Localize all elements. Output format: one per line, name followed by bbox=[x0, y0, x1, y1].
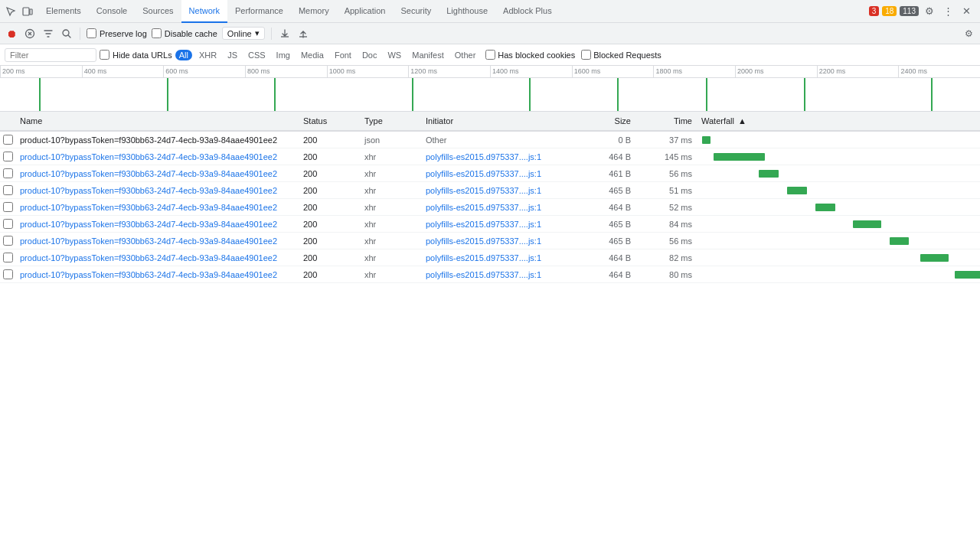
row-checkbox[interactable] bbox=[3, 135, 13, 145]
export-har-icon[interactable] bbox=[296, 27, 310, 41]
filter-other[interactable]: Other bbox=[451, 50, 480, 60]
filter-media[interactable]: Media bbox=[297, 50, 328, 60]
clear-button[interactable] bbox=[23, 27, 37, 41]
tab-elements[interactable]: Elements bbox=[38, 0, 89, 23]
row-initiator[interactable]: polyfills-es2015.d975337....js:1 bbox=[421, 270, 574, 279]
chevron-down-icon: ▾ bbox=[255, 28, 260, 38]
header-status[interactable]: Status bbox=[299, 116, 360, 126]
row-initiator: Other bbox=[421, 135, 574, 145]
filter-all[interactable]: All bbox=[175, 50, 192, 60]
tab-network[interactable]: Network bbox=[181, 0, 227, 23]
tab-adblock[interactable]: Adblock Plus bbox=[495, 0, 560, 23]
blocked-requests-checkbox[interactable]: Blocked Requests bbox=[581, 50, 662, 60]
filter-doc[interactable]: Doc bbox=[358, 50, 381, 60]
row-name[interactable]: product-10?bypassToken=f930bb63-24d7-4ec… bbox=[15, 135, 299, 145]
row-name[interactable]: product-10?bypassToken=f930bb63-24d7-4ec… bbox=[15, 236, 299, 246]
filter-icon[interactable] bbox=[41, 27, 55, 41]
tab-lighthouse[interactable]: Lighthouse bbox=[439, 0, 495, 23]
tab-sources[interactable]: Sources bbox=[135, 0, 181, 23]
inspect-icon[interactable] bbox=[3, 4, 18, 19]
row-name[interactable]: product-10?bypassToken=f930bb63-24d7-4ec… bbox=[15, 220, 299, 229]
filter-img[interactable]: Img bbox=[273, 50, 294, 60]
row-name[interactable]: product-10?bypassToken=f930bb63-24d7-4ec… bbox=[15, 203, 299, 212]
warning-badge: 18 bbox=[882, 6, 897, 16]
row-checkbox[interactable] bbox=[3, 202, 13, 212]
row-checkbox-cell bbox=[0, 185, 15, 195]
filter-input[interactable] bbox=[5, 48, 96, 62]
header-type[interactable]: Type bbox=[360, 116, 421, 126]
settings-icon[interactable]: ⚙ bbox=[922, 4, 937, 19]
header-waterfall[interactable]: Waterfall ▲ bbox=[697, 116, 980, 126]
filter-font[interactable]: Font bbox=[331, 50, 355, 60]
waterfall-bar bbox=[815, 204, 835, 211]
header-initiator[interactable]: Initiator bbox=[421, 116, 574, 126]
filter-xhr[interactable]: XHR bbox=[195, 50, 220, 60]
disable-cache-checkbox[interactable]: Disable cache bbox=[152, 28, 217, 38]
row-size: 464 B bbox=[574, 270, 635, 279]
row-initiator[interactable]: polyfills-es2015.d975337....js:1 bbox=[421, 236, 574, 246]
row-status: 200 bbox=[299, 152, 360, 161]
close-devtools-icon[interactable]: ✕ bbox=[959, 4, 974, 19]
throttle-dropdown[interactable]: Online ▾ bbox=[222, 27, 265, 40]
row-status: 200 bbox=[299, 135, 360, 145]
row-name[interactable]: product-10?bypassToken=f930bb63-24d7-4ec… bbox=[15, 186, 299, 195]
disable-cache-input[interactable] bbox=[152, 28, 162, 38]
filter-css[interactable]: CSS bbox=[244, 50, 270, 60]
hide-data-urls-checkbox[interactable]: Hide data URLs bbox=[100, 50, 172, 60]
row-checkbox[interactable] bbox=[3, 152, 13, 161]
row-checkbox[interactable] bbox=[3, 253, 13, 262]
header-time[interactable]: Time bbox=[635, 116, 697, 126]
row-name[interactable]: product-10?bypassToken=f930bb63-24d7-4ec… bbox=[15, 253, 299, 262]
network-settings-icon[interactable]: ⚙ bbox=[962, 27, 975, 41]
filter-js[interactable]: JS bbox=[224, 50, 241, 60]
import-har-icon[interactable] bbox=[278, 27, 292, 41]
tab-performance[interactable]: Performance bbox=[227, 0, 291, 23]
filter-ws[interactable]: WS bbox=[384, 50, 405, 60]
table-row[interactable]: product-10?bypassToken=f930bb63-24d7-4ec… bbox=[0, 148, 980, 165]
row-name[interactable]: product-10?bypassToken=f930bb63-24d7-4ec… bbox=[15, 169, 299, 178]
row-name[interactable]: product-10?bypassToken=f930bb63-24d7-4ec… bbox=[15, 152, 299, 161]
timeline-bars bbox=[0, 78, 980, 112]
row-initiator[interactable]: polyfills-es2015.d975337....js:1 bbox=[421, 169, 574, 178]
table-row[interactable]: product-10?bypassToken=f930bb63-24d7-4ec… bbox=[0, 165, 980, 182]
device-toolbar-icon[interactable] bbox=[20, 4, 35, 19]
preserve-log-input[interactable] bbox=[87, 28, 96, 38]
tab-application[interactable]: Application bbox=[337, 0, 394, 23]
has-blocked-cookies-checkbox[interactable]: Has blocked cookies bbox=[485, 50, 575, 60]
search-icon[interactable] bbox=[60, 27, 74, 41]
row-checkbox[interactable] bbox=[3, 168, 13, 178]
row-initiator[interactable]: polyfills-es2015.d975337....js:1 bbox=[421, 186, 574, 195]
table-row[interactable]: product-10?bypassToken=f930bb63-24d7-4ec… bbox=[0, 132, 980, 148]
row-initiator[interactable]: polyfills-es2015.d975337....js:1 bbox=[421, 220, 574, 229]
tab-security[interactable]: Security bbox=[393, 0, 439, 23]
more-tools-icon[interactable]: ⋮ bbox=[940, 4, 956, 19]
table-row[interactable]: product-10?bypassToken=f930bb63-24d7-4ec… bbox=[0, 199, 980, 216]
row-checkbox[interactable] bbox=[3, 185, 13, 195]
header-name[interactable]: Name bbox=[15, 116, 299, 126]
table-row[interactable]: product-10?bypassToken=f930bb63-24d7-4ec… bbox=[0, 182, 980, 199]
row-checkbox[interactable] bbox=[3, 269, 13, 279]
row-name[interactable]: product-10?bypassToken=f930bb63-24d7-4ec… bbox=[15, 270, 299, 279]
blocked-requests-input[interactable] bbox=[581, 50, 591, 60]
record-button[interactable]: ⏺ bbox=[5, 27, 18, 41]
tab-memory[interactable]: Memory bbox=[291, 0, 337, 23]
row-checkbox[interactable] bbox=[3, 236, 13, 246]
hide-data-urls-input[interactable] bbox=[100, 50, 109, 60]
table-row[interactable]: product-10?bypassToken=f930bb63-24d7-4ec… bbox=[0, 216, 980, 233]
header-size[interactable]: Size bbox=[574, 116, 635, 126]
row-initiator[interactable]: polyfills-es2015.d975337....js:1 bbox=[421, 152, 574, 161]
table-row[interactable]: product-10?bypassToken=f930bb63-24d7-4ec… bbox=[0, 249, 980, 266]
filter-manifest[interactable]: Manifest bbox=[408, 50, 448, 60]
row-size: 465 B bbox=[574, 220, 635, 229]
table-row[interactable]: product-10?bypassToken=f930bb63-24d7-4ec… bbox=[0, 266, 980, 283]
tab-console[interactable]: Console bbox=[89, 0, 135, 23]
table-row[interactable]: product-10?bypassToken=f930bb63-24d7-4ec… bbox=[0, 233, 980, 249]
network-timeline[interactable]: 200 ms400 ms600 ms800 ms1000 ms1200 ms14… bbox=[0, 66, 980, 112]
row-initiator[interactable]: polyfills-es2015.d975337....js:1 bbox=[421, 203, 574, 212]
timeline-tick: 1000 ms bbox=[327, 66, 409, 77]
has-blocked-cookies-input[interactable] bbox=[485, 50, 495, 60]
row-checkbox[interactable] bbox=[3, 219, 13, 229]
preserve-log-checkbox[interactable]: Preserve log bbox=[87, 28, 147, 38]
row-initiator[interactable]: polyfills-es2015.d975337....js:1 bbox=[421, 253, 574, 262]
row-time: 145 ms bbox=[635, 152, 697, 161]
